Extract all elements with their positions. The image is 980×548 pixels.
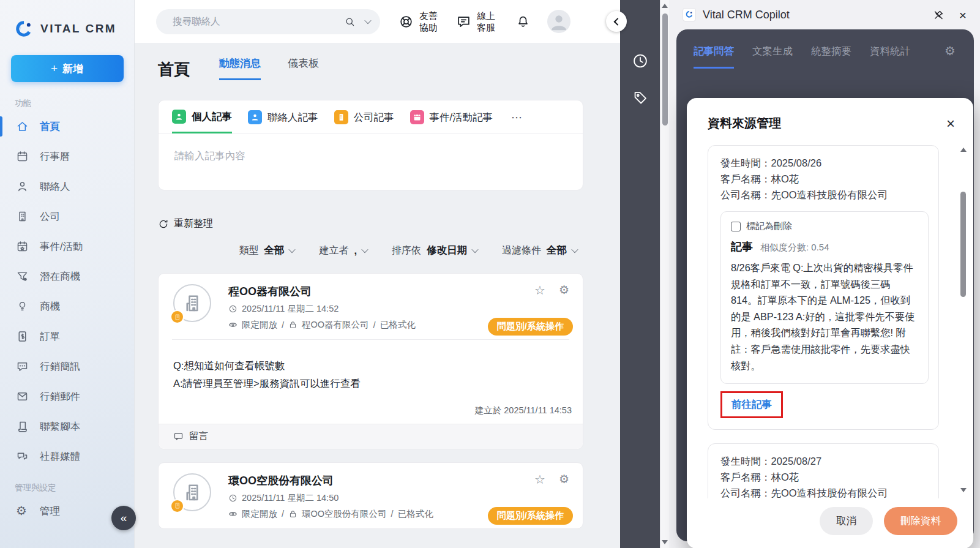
sidebar-item-scripts[interactable]: 聯繫腳本 bbox=[0, 411, 134, 441]
person-icon bbox=[16, 180, 29, 193]
search-input[interactable] bbox=[173, 16, 344, 27]
modal-scrollbar[interactable] bbox=[959, 148, 967, 492]
sidebar-item-label: 聯繫腳本 bbox=[40, 420, 80, 434]
card-body-line: Q:想知道如何查看帳號數 bbox=[173, 357, 568, 375]
history-clock-icon[interactable] bbox=[632, 53, 648, 69]
copilot-header-actions: × bbox=[933, 9, 967, 21]
sidebar-item-home[interactable]: 首頁 bbox=[0, 111, 134, 141]
modal-close-icon[interactable]: × bbox=[946, 116, 955, 131]
composer-more-icon[interactable]: ⋯ bbox=[511, 111, 523, 132]
sidebar-item-opportunities[interactable]: 商機 bbox=[0, 291, 134, 321]
contact-search[interactable] bbox=[156, 9, 380, 34]
tab-note-qa[interactable]: 記事問答 bbox=[694, 45, 734, 69]
notification-bell-icon[interactable] bbox=[516, 15, 530, 29]
page-title: 首頁 bbox=[158, 59, 190, 80]
sidebar-item-events[interactable]: 事件/活動 bbox=[0, 231, 134, 261]
scroll-down-arrow[interactable] bbox=[960, 488, 967, 492]
comment-button[interactable]: 留言 bbox=[159, 424, 583, 449]
card-body: Q:想知道如何查看帳號數 A:請管理員至管理>服務資訊可以進行查看 bbox=[159, 340, 583, 396]
copilot-title: Vital CRM Copilot bbox=[703, 9, 790, 21]
eye-icon bbox=[228, 509, 238, 519]
scrollbar-thumb[interactable] bbox=[960, 192, 966, 297]
envelope-icon bbox=[16, 390, 29, 403]
tab-company-note[interactable]: 公司記事 bbox=[334, 110, 394, 132]
delete-data-button[interactable]: 刪除資料 bbox=[884, 507, 957, 535]
sidebar-collapse-button[interactable]: « bbox=[111, 506, 136, 530]
checkbox-icon[interactable] bbox=[731, 222, 741, 231]
sidebar-item-company[interactable]: 公司 bbox=[0, 201, 134, 231]
search-chevron-down-icon[interactable] bbox=[364, 17, 371, 24]
tab-event-note[interactable]: 事件/活動記事 bbox=[410, 110, 493, 132]
gear-icon: ⚙ bbox=[16, 505, 29, 517]
user-avatar[interactable] bbox=[547, 10, 570, 33]
copilot-settings-gear-icon[interactable]: ⚙ bbox=[944, 45, 956, 57]
sidebar-item-label: 聯絡人 bbox=[40, 180, 70, 193]
page-tabs: 動態消息 儀表板 bbox=[219, 56, 319, 80]
tab-feed[interactable]: 動態消息 bbox=[219, 56, 261, 80]
card-formatted: 已格式化 bbox=[380, 319, 416, 331]
card-company-name[interactable]: 程OO器有限公司 bbox=[228, 284, 534, 299]
close-icon[interactable]: × bbox=[959, 9, 967, 21]
refresh-button[interactable]: 重新整理 bbox=[158, 217, 620, 230]
page-scrollbar[interactable] bbox=[660, 0, 669, 548]
script-icon bbox=[16, 420, 29, 433]
sidebar-item-social[interactable]: 社群媒體 bbox=[0, 441, 134, 471]
tag-icon[interactable] bbox=[632, 89, 648, 106]
sidebar-item-label: 首頁 bbox=[40, 120, 60, 133]
collapse-icon: « bbox=[121, 511, 127, 525]
sidebar-item-calendar[interactable]: 行事曆 bbox=[0, 141, 134, 171]
online-support-button[interactable]: 線上 客服 bbox=[456, 10, 495, 34]
entry-customer: 客戶名稱：林O花 bbox=[720, 469, 929, 485]
sidebar-item-email[interactable]: 行銷郵件 bbox=[0, 381, 134, 411]
copilot-dimmed-content: 記事問答 文案生成 統整摘要 資料統計 ⚙ 資料來源管理 × 發生時間：2025… bbox=[676, 29, 974, 541]
filter-creator[interactable]: 建立者 , bbox=[319, 244, 367, 257]
copilot-header: Vital CRM Copilot × bbox=[669, 0, 980, 29]
tab-statistics[interactable]: 資料統計 bbox=[870, 45, 910, 67]
cancel-button[interactable]: 取消 bbox=[820, 507, 873, 535]
clock-icon bbox=[228, 494, 238, 503]
entry-time: 發生時間：2025/08/26 bbox=[720, 155, 929, 171]
home-icon bbox=[16, 120, 29, 133]
entry-company: 公司名稱：先OO造科技股份有限公司 bbox=[720, 485, 929, 498]
friendly-help-button[interactable]: 友善 協助 bbox=[398, 10, 438, 34]
new-button[interactable]: + 新增 bbox=[11, 55, 124, 82]
sidebar-item-leads[interactable]: 潛在商機 bbox=[0, 261, 134, 291]
event-calendar-icon bbox=[16, 240, 29, 253]
card-visibility: 限定開放 bbox=[242, 319, 277, 331]
scroll-down-arrow[interactable] bbox=[662, 540, 668, 544]
tab-dashboard[interactable]: 儀表板 bbox=[288, 56, 319, 80]
note-composer: 個人記事 聯絡人記事 公司記事 bbox=[158, 100, 583, 190]
sidebar-item-label: 訂單 bbox=[40, 330, 60, 343]
support-chat-icon bbox=[456, 14, 471, 29]
copilot-logo-icon bbox=[683, 8, 696, 21]
sidebar-section-features: 功能 bbox=[15, 98, 134, 109]
filter-type[interactable]: 類型 全部 bbox=[239, 244, 294, 257]
filter-sort[interactable]: 排序依 修改日期 bbox=[392, 244, 477, 257]
copilot-tabs: 記事問答 文案生成 統整摘要 資料統計 ⚙ bbox=[676, 29, 974, 69]
scroll-up-arrow[interactable] bbox=[662, 4, 668, 8]
main-app: VITAL CRM + 新增 功能 首頁 行事曆 聯絡人 bbox=[0, 0, 620, 548]
tab-summary[interactable]: 統整摘要 bbox=[811, 45, 851, 67]
panel-collapse-left-button[interactable] bbox=[606, 11, 627, 32]
filter-condition[interactable]: 過濾條件 全部 bbox=[502, 244, 577, 257]
sidebar-item-sms[interactable]: 行銷簡訊 bbox=[0, 351, 134, 381]
note-input[interactable]: 請輸入記事內容 bbox=[159, 133, 583, 190]
tab-copywriting[interactable]: 文案生成 bbox=[752, 45, 793, 67]
unpin-icon[interactable] bbox=[933, 9, 944, 21]
scrollbar-thumb[interactable] bbox=[662, 13, 668, 126]
comment-icon bbox=[173, 431, 184, 441]
brand: VITAL CRM bbox=[0, 0, 134, 39]
card-formatted: 已格式化 bbox=[398, 508, 433, 520]
search-icon[interactable] bbox=[344, 16, 356, 28]
scroll-up-arrow[interactable] bbox=[960, 148, 967, 152]
sidebar-item-contacts[interactable]: 聯絡人 bbox=[0, 171, 134, 201]
mark-delete-checkbox[interactable]: 標記為刪除 bbox=[731, 220, 918, 232]
card-company-name[interactable]: 環OO空股份有限公司 bbox=[228, 473, 534, 488]
goto-note-link[interactable]: 前往記事 bbox=[731, 399, 772, 410]
avatar-person-icon bbox=[547, 10, 570, 33]
tab-personal-note[interactable]: 個人記事 bbox=[172, 110, 232, 133]
chevron-left-icon bbox=[613, 18, 621, 26]
sidebar-item-orders[interactable]: 訂單 bbox=[0, 321, 134, 351]
tab-contact-note[interactable]: 聯絡人記事 bbox=[248, 110, 318, 132]
note-detail-card: 標記為刪除 記事 相似度分數: 0.54 8/26客戶來電 Q:上次出貨的精密模… bbox=[720, 211, 929, 384]
